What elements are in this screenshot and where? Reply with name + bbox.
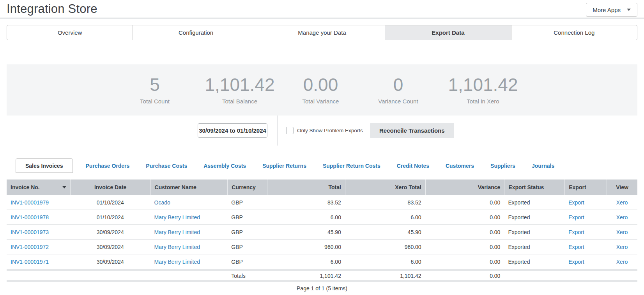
invoice-no-link[interactable]: INV1-00001972 (11, 244, 49, 250)
col-header-customer-name[interactable]: Customer Name (150, 179, 228, 195)
subtab-assembly-costs[interactable]: Assembly Costs (195, 163, 254, 169)
subtab-supplier-return-costs[interactable]: Supplier Return Costs (315, 163, 389, 169)
totals-total: 1,101.42 (267, 271, 345, 280)
export-link[interactable]: Export (568, 199, 584, 206)
stat-total-in-xero-value: 1,101.42 (448, 76, 518, 94)
export-link[interactable]: Export (568, 259, 584, 265)
totals-label: Totals (227, 271, 267, 280)
variance-cell: 0.00 (425, 254, 504, 269)
col-header-invoice-date[interactable]: Invoice Date (70, 179, 150, 195)
tab-manage-your-data[interactable]: Manage your Data (259, 25, 385, 40)
page-header: Integration Store More Apps (0, 0, 644, 19)
problem-exports-cell: Only Show Problem Exports (278, 116, 360, 146)
total-cell: 960.00 (267, 240, 345, 254)
stat-total-balance-value: 1,101.42 (205, 76, 274, 94)
customer-name-link[interactable]: Mary Berry Limited (154, 214, 200, 220)
col-header-export[interactable]: Export (564, 179, 607, 195)
col-header-invoice-no[interactable]: Invoice No. (7, 179, 70, 195)
tab-connection-log[interactable]: Connection Log (511, 25, 637, 40)
customer-name-link[interactable]: Ocado (154, 199, 170, 206)
stat-variance-count: 0 Variance Count (359, 76, 437, 105)
view-xero-link[interactable]: Xero (616, 229, 628, 235)
xero-total-cell: 45.90 (345, 225, 425, 239)
currency-cell: GBP (227, 210, 267, 224)
stat-total-in-xero-label: Total in Xero (467, 98, 499, 105)
table-row: INV1-00001978 01/10/2024 Mary Berry Limi… (7, 210, 637, 225)
currency-cell: GBP (227, 195, 267, 210)
customer-name-link[interactable]: Mary Berry Limited (154, 244, 200, 250)
more-apps-button[interactable]: More Apps (586, 3, 637, 17)
export-status-cell: Exported (504, 195, 564, 210)
totals-row: Totals 1,101.42 1,101.42 0.00 (7, 271, 637, 280)
table-row: INV1-00001979 01/10/2024 Ocado GBP 83.52… (7, 195, 637, 210)
reconcile-transactions-button[interactable]: Reconcile Transactions (370, 123, 454, 138)
currency-cell: GBP (227, 240, 267, 254)
stat-total-variance-value: 0.00 (303, 76, 338, 94)
invoice-no-link[interactable]: INV1-00001978 (11, 214, 49, 220)
tab-export-data[interactable]: Export Data (385, 25, 511, 40)
problem-exports-checkbox[interactable] (286, 127, 294, 134)
stat-variance-count-value: 0 (393, 76, 403, 94)
subtab-credit-notes[interactable]: Credit Notes (389, 163, 437, 169)
subtab-suppliers[interactable]: Suppliers (482, 163, 524, 169)
reconcile-cell: Reconcile Transactions (360, 116, 637, 146)
col-header-total[interactable]: Total (267, 179, 345, 195)
table-row: INV1-00001972 30/09/2024 Mary Berry Limi… (7, 240, 637, 254)
more-apps-label: More Apps (593, 7, 621, 13)
total-cell: 6.00 (267, 210, 345, 224)
stat-total-balance-label: Total Balance (222, 98, 257, 105)
variance-cell: 0.00 (425, 240, 504, 254)
tab-configuration[interactable]: Configuration (133, 25, 258, 40)
subtab-purchase-costs[interactable]: Purchase Costs (138, 163, 195, 169)
invoice-no-link[interactable]: INV1-00001973 (11, 229, 49, 235)
invoice-no-link[interactable]: INV1-00001979 (11, 199, 49, 206)
customer-name-link[interactable]: Mary Berry Limited (154, 259, 200, 265)
stats-panel: 5 Total Count 1,101.42 Total Balance 0.0… (7, 64, 637, 116)
variance-cell: 0.00 (425, 210, 504, 224)
subtab-supplier-returns[interactable]: Supplier Returns (254, 163, 315, 169)
col-header-currency[interactable]: Currency (227, 179, 267, 195)
invoice-no-link[interactable]: INV1-00001971 (11, 259, 49, 265)
subtab-sales-invoices[interactable]: Sales Invoices (16, 158, 73, 173)
view-xero-link[interactable]: Xero (616, 214, 628, 220)
export-link[interactable]: Export (568, 214, 584, 220)
stat-total-in-xero: 1,101.42 Total in Xero (437, 76, 529, 105)
customer-name-link[interactable]: Mary Berry Limited (154, 229, 200, 235)
export-link[interactable]: Export (568, 229, 584, 235)
subtab-journals[interactable]: Journals (524, 163, 563, 169)
export-status-cell: Exported (504, 254, 564, 269)
subtab-purchase-orders[interactable]: Purchase Orders (78, 163, 138, 169)
sort-caret-icon[interactable] (62, 186, 66, 188)
view-xero-link[interactable]: Xero (616, 199, 628, 206)
table-row: INV1-00001973 30/09/2024 Mary Berry Limi… (7, 225, 637, 240)
totals-separator-bottom (7, 280, 637, 282)
date-range-cell: 30/09/2024 to 01/10/2024 (7, 116, 278, 146)
subtab-customers[interactable]: Customers (437, 163, 482, 169)
view-xero-link[interactable]: Xero (616, 259, 628, 265)
totals-xero-total: 1,101.42 (345, 271, 425, 280)
total-cell: 6.00 (267, 254, 345, 269)
problem-exports-label: Only Show Problem Exports (297, 128, 363, 133)
export-status-cell: Exported (504, 225, 564, 239)
stat-variance-count-label: Variance Count (378, 98, 418, 105)
xero-total-cell: 960.00 (345, 240, 425, 254)
invoice-date-cell: 30/09/2024 (70, 254, 150, 269)
col-header-variance[interactable]: Variance (425, 179, 504, 195)
invoices-grid: Invoice No. Invoice Date Customer Name C… (7, 179, 637, 291)
view-xero-link[interactable]: Xero (616, 244, 628, 250)
stat-total-balance: 1,101.42 Total Balance (198, 76, 282, 105)
tab-overview[interactable]: Overview (7, 25, 133, 40)
currency-cell: GBP (227, 254, 267, 269)
variance-cell: 0.00 (425, 195, 504, 210)
stat-total-count: 5 Total Count (112, 76, 198, 105)
stat-total-count-value: 5 (150, 76, 160, 94)
col-header-view[interactable]: View (607, 179, 637, 195)
export-link[interactable]: Export (568, 244, 584, 250)
total-cell: 45.90 (267, 225, 345, 239)
pagination-status: Page 1 of 1 (5 items) (7, 285, 637, 291)
col-header-xero-total[interactable]: Xero Total (345, 179, 425, 195)
grid-header-row: Invoice No. Invoice Date Customer Name C… (7, 179, 637, 195)
col-header-export-status[interactable]: Export Status (504, 179, 564, 195)
date-range-input[interactable]: 30/09/2024 to 01/10/2024 (198, 123, 267, 138)
stat-total-variance-label: Total Variance (303, 98, 339, 105)
